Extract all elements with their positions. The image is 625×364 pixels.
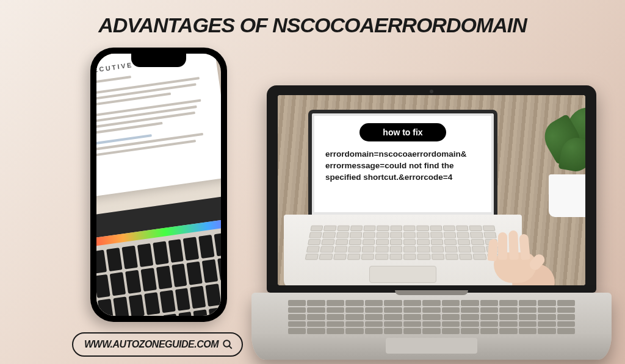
hand-illustration (475, 228, 555, 285)
outer-trackpad (386, 338, 477, 354)
error-message: errordomain=nscocoaerrordomain& errormes… (325, 149, 480, 184)
phone-notch (131, 54, 186, 67)
inner-trackpad (369, 266, 436, 283)
phone-device: EXECUTIVE SUMMARY (90, 48, 227, 322)
laptop-base (251, 293, 612, 360)
laptop-screen-bezel: how to fix errordomain=nscocoaerrordomai… (267, 85, 596, 293)
phone-screen: EXECUTIVE SUMMARY (96, 54, 221, 316)
inner-keyboard (305, 226, 501, 260)
phone-document-body (96, 65, 214, 156)
error-line-1: errordomain=nscocoaerrordomain& (325, 149, 480, 160)
plant-decoration (524, 95, 585, 217)
error-line-3: specified shortcut.&errorcode=4 (325, 172, 480, 184)
search-icon (222, 339, 233, 350)
outer-keyboard (288, 300, 575, 334)
phone-keyboard-photo (96, 191, 221, 316)
svg-point-0 (223, 340, 230, 347)
website-pill[interactable]: WWW.AUTOZONEGUIDE.COM (72, 332, 243, 357)
inner-display: how to fix errordomain=nscocoaerrordomai… (314, 116, 491, 212)
page-title: ADVANTAGES OF NSCOCOAERRORDOMAIN (98, 13, 527, 37)
laptop-device: how to fix errordomain=nscocoaerrordomai… (251, 85, 612, 360)
laptop-display: how to fix errordomain=nscocoaerrordomai… (278, 95, 585, 285)
camera-icon (430, 90, 433, 93)
phone-document: EXECUTIVE SUMMARY (96, 54, 221, 198)
inner-laptop-screen: how to fix errordomain=nscocoaerrordomai… (308, 110, 497, 215)
website-url: WWW.AUTOZONEGUIDE.COM (84, 339, 219, 350)
laptop-hinge (395, 290, 468, 295)
svg-line-1 (229, 346, 232, 349)
how-to-fix-pill: how to fix (359, 123, 446, 141)
phone-frame: EXECUTIVE SUMMARY (96, 54, 221, 316)
error-line-2: errormessage=could not find the (325, 160, 480, 172)
